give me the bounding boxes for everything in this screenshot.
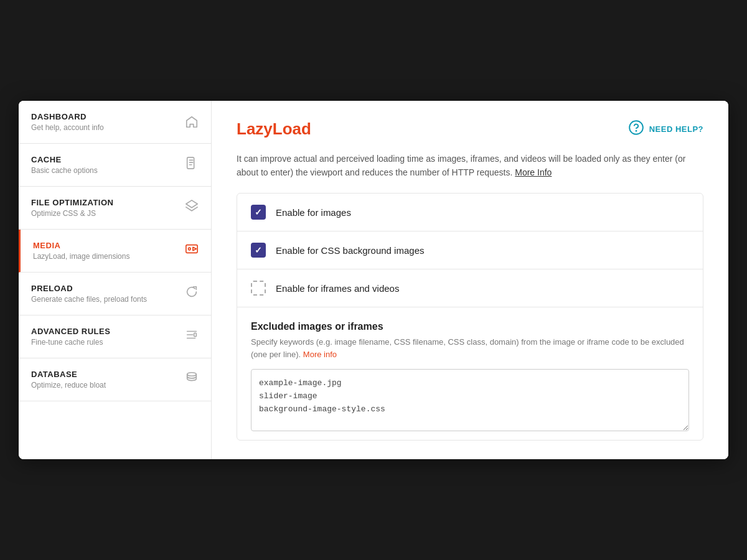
sidebar-item-preload-title: PRELOAD <box>31 284 179 293</box>
option-row-css-bg: Enable for CSS background images <box>237 231 703 269</box>
sidebar-item-media-title: MEDIA <box>33 241 179 250</box>
sidebar-item-database-subtitle: Optimize, reduce bloat <box>31 381 179 390</box>
svg-rect-0 <box>187 157 194 169</box>
sidebar-item-cache-title: CACHE <box>31 155 179 164</box>
refresh-icon <box>185 285 199 302</box>
sidebar-item-preload[interactable]: PRELOAD Generate cache files, preload fo… <box>19 273 211 315</box>
svg-marker-1 <box>186 200 197 208</box>
option-label-iframes: Enable for iframes and videos <box>276 283 399 294</box>
checkbox-enable-iframes[interactable] <box>251 281 266 296</box>
option-row-images: Enable for images <box>237 194 703 231</box>
sidebar-item-media-subtitle: LazyLoad, image dimensions <box>33 252 179 261</box>
layers-icon <box>185 199 199 216</box>
main-description: It can improve actual and perceived load… <box>237 152 703 180</box>
svg-rect-7 <box>194 333 197 337</box>
options-card: Enable for images Enable for CSS backgro… <box>237 193 703 441</box>
excluded-description: Specify keywords (e.g. image filename, C… <box>251 336 689 360</box>
sidebar-item-file-optimization-subtitle: Optimize CSS & JS <box>31 209 179 218</box>
app-window: DASHBOARD Get help, account info CACHE B… <box>19 101 728 460</box>
svg-point-9 <box>629 121 643 134</box>
sidebar-item-dashboard[interactable]: DASHBOARD Get help, account info <box>19 101 211 144</box>
need-help-button[interactable]: NEED HELP? <box>628 119 703 139</box>
database-icon <box>185 371 199 388</box>
page-title: LazyLoad <box>237 119 311 139</box>
option-label-images: Enable for images <box>276 207 351 218</box>
checkbox-enable-images[interactable] <box>251 205 266 220</box>
sidebar-item-cache-subtitle: Basic cache options <box>31 166 179 175</box>
excluded-section: Excluded images or iframes Specify keywo… <box>237 307 703 440</box>
sidebar-item-dashboard-title: DASHBOARD <box>31 112 179 121</box>
more-info-link[interactable]: More Info <box>515 167 552 177</box>
sidebar-item-database-title: DATABASE <box>31 370 179 379</box>
file-icon <box>185 156 199 173</box>
main-header: LazyLoad NEED HELP? <box>237 119 703 139</box>
need-help-label: NEED HELP? <box>649 124 703 134</box>
media-icon <box>185 242 199 259</box>
sidebar-item-file-optimization[interactable]: FILE OPTIMIZATION Optimize CSS & JS <box>19 187 211 230</box>
excluded-more-info-link[interactable]: More info <box>303 350 337 359</box>
sidebar: DASHBOARD Get help, account info CACHE B… <box>19 101 212 460</box>
option-label-css-bg: Enable for CSS background images <box>276 245 424 256</box>
rules-icon <box>185 328 199 345</box>
sidebar-item-cache[interactable]: CACHE Basic cache options <box>19 144 211 187</box>
home-icon <box>185 115 199 129</box>
svg-point-8 <box>187 373 197 376</box>
sidebar-item-media[interactable]: MEDIA LazyLoad, image dimensions <box>19 230 211 273</box>
sidebar-item-advanced-rules-subtitle: Fine-tune cache rules <box>31 338 179 347</box>
sidebar-item-file-optimization-title: FILE OPTIMIZATION <box>31 198 179 207</box>
option-row-iframes: Enable for iframes and videos <box>237 269 703 307</box>
help-circle-icon <box>628 119 644 139</box>
sidebar-item-database[interactable]: DATABASE Optimize, reduce bloat <box>19 358 211 401</box>
sidebar-item-preload-subtitle: Generate cache files, preload fonts <box>31 295 179 304</box>
excluded-textarea[interactable] <box>251 369 689 431</box>
main-content: LazyLoad NEED HELP? It can improve actua… <box>212 101 728 460</box>
sidebar-item-advanced-rules[interactable]: ADVANCED RULES Fine-tune cache rules <box>19 315 211 358</box>
sidebar-item-dashboard-subtitle: Get help, account info <box>31 123 179 132</box>
sidebar-item-advanced-rules-title: ADVANCED RULES <box>31 327 179 336</box>
excluded-title: Excluded images or iframes <box>251 321 689 332</box>
svg-point-3 <box>189 248 191 250</box>
checkbox-enable-css-bg[interactable] <box>251 243 266 258</box>
